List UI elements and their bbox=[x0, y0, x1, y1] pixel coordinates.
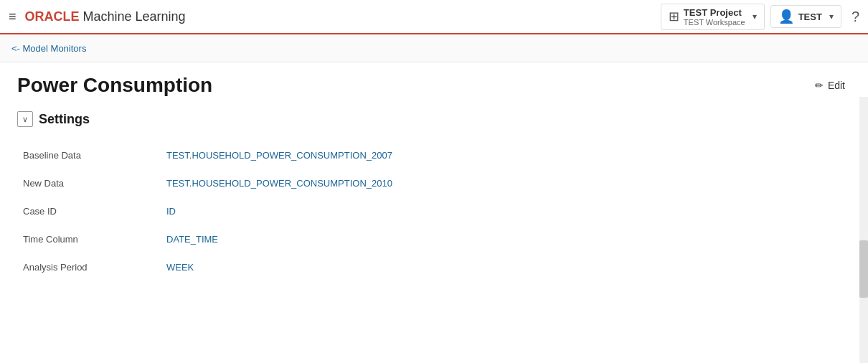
field-row: Case IDID bbox=[23, 197, 851, 225]
project-name: TEST Project bbox=[684, 7, 745, 18]
field-value: ID bbox=[166, 206, 176, 217]
page-title: Power Consumption bbox=[17, 74, 212, 97]
settings-fields: Baseline DataTEST.HOUSEHOLD_POWER_CONSUM… bbox=[17, 141, 851, 281]
breadcrumb-link[interactable]: <- Model Monitors bbox=[11, 43, 86, 54]
navbar: ≡ ORACLE Machine Learning ⊞ TEST Project… bbox=[0, 0, 868, 34]
oracle-brand: ORACLE bbox=[25, 9, 80, 24]
field-label: Baseline Data bbox=[23, 150, 166, 161]
navbar-right: ⊞ TEST Project TEST Workspace ▾ 👤 TEST ▾… bbox=[661, 4, 859, 30]
pencil-icon: ✏ bbox=[815, 80, 824, 91]
brand-title: ORACLE Machine Learning bbox=[25, 9, 186, 24]
edit-button[interactable]: ✏ Edit bbox=[809, 77, 851, 94]
field-label: Case ID bbox=[23, 206, 166, 217]
edit-label: Edit bbox=[828, 80, 845, 91]
field-label: Time Column bbox=[23, 234, 166, 245]
field-label: Analysis Period bbox=[23, 262, 166, 273]
field-row: Baseline DataTEST.HOUSEHOLD_POWER_CONSUM… bbox=[23, 141, 851, 169]
field-label: New Data bbox=[23, 178, 166, 189]
field-value: TEST.HOUSEHOLD_POWER_CONSUMPTION_2010 bbox=[166, 178, 392, 189]
field-row: New DataTEST.HOUSEHOLD_POWER_CONSUMPTION… bbox=[23, 169, 851, 197]
help-icon[interactable]: ? bbox=[852, 9, 859, 25]
hamburger-icon[interactable]: ≡ bbox=[9, 9, 16, 24]
settings-header[interactable]: ∨ Settings bbox=[17, 111, 851, 127]
breadcrumb-bar: <- Model Monitors bbox=[0, 34, 868, 62]
page-header: Power Consumption ✏ Edit bbox=[17, 74, 851, 97]
settings-title: Settings bbox=[39, 112, 90, 127]
scrollbar-track bbox=[859, 97, 868, 363]
project-icon: ⊞ bbox=[669, 9, 679, 24]
project-chevron-icon: ▾ bbox=[753, 11, 757, 22]
project-selector[interactable]: ⊞ TEST Project TEST Workspace ▾ bbox=[661, 4, 765, 30]
field-row: Analysis PeriodWEEK bbox=[23, 253, 851, 281]
field-row: Time ColumnDATE_TIME bbox=[23, 225, 851, 253]
user-chevron-icon: ▾ bbox=[829, 11, 834, 22]
field-value: DATE_TIME bbox=[166, 234, 218, 245]
user-selector[interactable]: 👤 TEST ▾ bbox=[770, 5, 841, 28]
user-icon: 👤 bbox=[778, 9, 794, 24]
navbar-left: ≡ ORACLE Machine Learning bbox=[9, 9, 186, 24]
project-info: TEST Project TEST Workspace bbox=[684, 7, 745, 27]
scrollbar-thumb[interactable] bbox=[859, 240, 868, 298]
settings-section: ∨ Settings Baseline DataTEST.HOUSEHOLD_P… bbox=[17, 111, 851, 281]
workspace-name: TEST Workspace bbox=[684, 18, 745, 27]
brand-rest: Machine Learning bbox=[80, 9, 186, 24]
field-value: TEST.HOUSEHOLD_POWER_CONSUMPTION_2007 bbox=[166, 150, 392, 161]
main-content: Power Consumption ✏ Edit ∨ Settings Base… bbox=[0, 62, 868, 293]
field-value: WEEK bbox=[166, 262, 194, 273]
user-name: TEST bbox=[798, 11, 822, 22]
collapse-button[interactable]: ∨ bbox=[17, 111, 33, 127]
